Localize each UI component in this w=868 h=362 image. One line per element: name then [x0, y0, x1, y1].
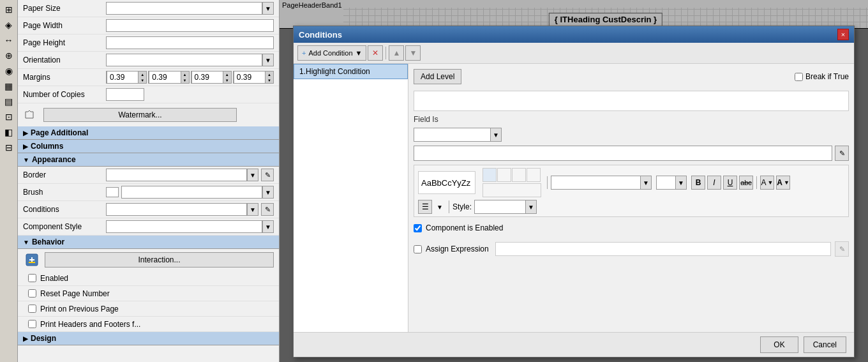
- margin-right-up[interactable]: ▲: [223, 72, 231, 77]
- margin-right-down[interactable]: ▼: [223, 77, 231, 83]
- border-input[interactable]: None: [106, 169, 247, 181]
- page-width-input[interactable]: 8.27: [106, 19, 274, 32]
- component-enabled-checkbox[interactable]: [414, 224, 422, 232]
- font-size-arrow[interactable]: ▼: [675, 176, 687, 190]
- delete-condition-button[interactable]: ✕: [368, 45, 383, 61]
- interaction-button[interactable]: Interaction...: [45, 252, 274, 268]
- print-headers-checkbox[interactable]: [28, 320, 36, 328]
- highlight-button[interactable]: A ▼: [776, 176, 790, 190]
- columns-header[interactable]: ▶ Columns: [18, 140, 279, 153]
- conditions-input[interactable]: [Conditions]: [106, 203, 247, 216]
- sidebar-icon-2[interactable]: ◈: [2, 18, 16, 32]
- font-name-input[interactable]: Arial: [551, 176, 640, 190]
- strikethrough-button[interactable]: abc: [739, 176, 753, 190]
- move-down-button[interactable]: ▼: [405, 45, 421, 61]
- paper-size-dropdown[interactable]: Custom ▼: [106, 2, 274, 15]
- orientation-dropdown[interactable]: Portrait ▼: [106, 54, 274, 66]
- conditions-arrow[interactable]: ▼: [247, 203, 258, 216]
- component-style-dropdown[interactable]: No ▼: [106, 220, 274, 233]
- condition-item-1[interactable]: 1.Highlight Condition: [294, 64, 408, 79]
- font-name-arrow[interactable]: ▼: [640, 176, 652, 190]
- add-condition-dropdown-arrow: ▼: [355, 49, 363, 57]
- field-is-dropdown[interactable]: Expression ▼: [414, 128, 502, 142]
- margin-bottom-input[interactable]: [234, 71, 266, 84]
- assign-expression-input[interactable]: [495, 242, 831, 256]
- dialog-close-button[interactable]: ×: [837, 29, 849, 40]
- style-input[interactable]: No: [474, 200, 525, 214]
- margin-left-up[interactable]: ▲: [138, 72, 146, 77]
- copies-input[interactable]: 1: [106, 88, 144, 101]
- font-size-input[interactable]: 8: [656, 176, 675, 190]
- cancel-button[interactable]: Cancel: [804, 336, 846, 353]
- expression-input[interactable]: ShippingChkLst.enabled=varriable: [414, 146, 832, 161]
- border-edit-btn[interactable]: ✎: [261, 169, 274, 181]
- page-height-input[interactable]: 11.69: [106, 36, 274, 49]
- border-arrow[interactable]: ▼: [247, 169, 258, 181]
- italic-button[interactable]: I: [707, 176, 721, 190]
- list-button[interactable]: ☰: [418, 200, 432, 214]
- brush-input[interactable]: Solid: [121, 186, 262, 199]
- margin-left-input[interactable]: [107, 71, 138, 84]
- sidebar-icon-10[interactable]: ⊟: [2, 140, 16, 155]
- appearance-header[interactable]: ▼ Appearance: [18, 153, 279, 167]
- margin-top-input[interactable]: [149, 71, 181, 84]
- sidebar-icon-7[interactable]: ▤: [2, 94, 16, 109]
- paper-size-arrow[interactable]: ▼: [262, 2, 274, 15]
- margin-right-spin[interactable]: ▲ ▼: [223, 72, 231, 83]
- sidebar-icon-3[interactable]: ↔: [2, 33, 16, 47]
- margin-right-input[interactable]: [191, 71, 223, 84]
- sidebar-icon-4[interactable]: ⊕: [2, 49, 16, 63]
- sidebar-icon-5[interactable]: ◉: [2, 64, 16, 78]
- brush-dropdown[interactable]: Solid ▼: [121, 186, 274, 199]
- assign-expression-edit-btn[interactable]: ✎: [835, 241, 849, 257]
- break-if-true-checkbox[interactable]: [795, 73, 803, 81]
- sidebar-icon-1[interactable]: ⊞: [2, 3, 16, 17]
- up-icon: ▲: [393, 49, 400, 57]
- page-additional-header[interactable]: ▶ Page Additional: [18, 126, 279, 140]
- component-style-arrow[interactable]: ▼: [262, 220, 274, 233]
- paper-size-input[interactable]: Custom: [106, 2, 262, 15]
- add-condition-button[interactable]: + Add Condition ▼: [297, 45, 366, 61]
- sidebar-icon-8[interactable]: ⊡: [2, 110, 16, 124]
- conditions-edit-btn[interactable]: ✎: [261, 203, 274, 216]
- bold-button[interactable]: B: [691, 176, 705, 190]
- underline-button[interactable]: U: [723, 176, 737, 190]
- margin-top-down[interactable]: ▼: [181, 77, 189, 83]
- format-box-2[interactable]: [497, 168, 511, 182]
- format-box-4[interactable]: [527, 168, 541, 182]
- format-box-3[interactable]: [512, 168, 526, 182]
- print-prev-checkbox[interactable]: [28, 305, 36, 313]
- sidebar-icon-6[interactable]: ▦: [2, 79, 16, 93]
- reset-page-checkbox[interactable]: [28, 289, 36, 298]
- margin-bottom-down[interactable]: ▼: [266, 77, 273, 83]
- design-header[interactable]: ▶ Design: [18, 332, 279, 345]
- enabled-checkbox[interactable]: [28, 274, 36, 282]
- format-box-1[interactable]: [483, 168, 497, 182]
- field-is-input[interactable]: Expression: [414, 128, 490, 142]
- move-up-button[interactable]: ▲: [389, 45, 404, 61]
- watermark-button[interactable]: Watermark...: [43, 108, 237, 122]
- sidebar-icon-9[interactable]: ◧: [2, 125, 16, 139]
- margin-left-down[interactable]: ▼: [138, 77, 146, 83]
- print-headers-label: Print Headers and Footers f...: [40, 320, 140, 329]
- style-arrow[interactable]: ▼: [525, 200, 537, 214]
- brush-arrow[interactable]: ▼: [262, 186, 274, 199]
- ok-button[interactable]: OK: [760, 336, 798, 353]
- margin-left-spin[interactable]: ▲ ▼: [138, 72, 146, 83]
- orientation-arrow[interactable]: ▼: [262, 54, 274, 66]
- assign-expression-checkbox[interactable]: [414, 245, 422, 253]
- margin-bottom-spin[interactable]: ▲ ▼: [266, 72, 273, 83]
- behavior-header[interactable]: ▼ Behavior: [18, 236, 279, 249]
- component-style-input[interactable]: No: [106, 220, 262, 233]
- margin-top-up[interactable]: ▲: [181, 72, 189, 77]
- orientation-input[interactable]: Portrait: [106, 54, 262, 66]
- font-color-button[interactable]: A ▼: [760, 176, 774, 190]
- expression-edit-button[interactable]: ✎: [835, 146, 849, 161]
- add-level-button[interactable]: Add Level: [414, 69, 461, 84]
- field-is-arrow[interactable]: ▼: [490, 128, 502, 142]
- border-dropdown[interactable]: None ▼: [106, 169, 258, 181]
- conditions-dropdown[interactable]: [Conditions] ▼: [106, 203, 258, 216]
- list-arrow[interactable]: ▼: [434, 200, 445, 214]
- margin-bottom-up[interactable]: ▲: [266, 72, 273, 77]
- margin-top-spin[interactable]: ▲ ▼: [181, 72, 189, 83]
